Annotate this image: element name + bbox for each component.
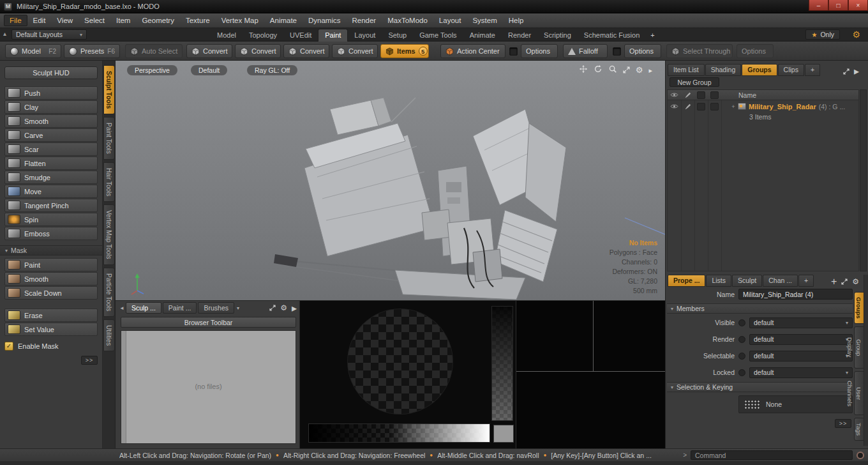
browser-tab-sculp[interactable]: Sculp ... <box>126 302 161 314</box>
selection-set-field[interactable]: None <box>738 395 853 413</box>
tool-clay[interactable]: Clay <box>4 100 98 114</box>
collapse-left-icon[interactable]: ◄ <box>119 305 124 311</box>
enable-mask-toggle[interactable]: ✓ Enable Mask <box>4 342 98 351</box>
tool-erase[interactable]: Erase <box>4 309 98 322</box>
prop-gear-icon[interactable]: ⚙ <box>852 277 859 286</box>
command-input[interactable]: Command <box>691 450 853 460</box>
members-header[interactable]: ▾ Members <box>667 303 853 314</box>
enable-mask-checkbox[interactable]: ✓ <box>4 342 13 351</box>
menu-help[interactable]: Help <box>503 15 530 26</box>
minimize-button[interactable]: – <box>809 0 828 11</box>
menu-layout[interactable]: Layout <box>433 15 467 26</box>
shading-mode-button[interactable]: Default <box>191 65 227 75</box>
menu-texture[interactable]: Texture <box>180 15 216 26</box>
convert-button-1[interactable]: Convert <box>186 44 232 58</box>
zoom-icon[interactable] <box>608 65 617 76</box>
add-tab-icon[interactable]: + <box>831 276 837 287</box>
menu-select[interactable]: Select <box>79 15 110 26</box>
tab-groups[interactable]: Groups <box>742 64 777 76</box>
only-toggle[interactable]: ★ Only <box>805 29 840 40</box>
tab-prope[interactable]: Prope ... <box>668 275 705 287</box>
layout-tab-render[interactable]: Render <box>502 29 537 42</box>
layout-tab-add[interactable]: + <box>646 29 659 42</box>
layout-preset-dropdown[interactable]: Default Layouts ▾ <box>11 29 87 40</box>
menu-maxtomodo[interactable]: MaxToModo <box>382 15 433 26</box>
menu-animate[interactable]: Animate <box>264 15 303 26</box>
selectable-dropdown[interactable]: default▾ <box>749 351 853 362</box>
tool-spin[interactable]: Spin <box>4 213 98 226</box>
auto-select-button[interactable]: Auto Select <box>125 44 183 58</box>
layout-tab-game-tools[interactable]: Game Tools <box>413 29 463 42</box>
tool-tab-strip-hair-tools[interactable]: Hair Tools <box>103 162 115 202</box>
menu-dynamics[interactable]: Dynamics <box>303 15 346 26</box>
properties-expand-button[interactable]: >> <box>835 419 851 428</box>
expand-icon[interactable] <box>843 66 849 77</box>
pan-icon[interactable] <box>579 65 588 76</box>
layout-tab-topology[interactable]: Topology <box>243 29 283 42</box>
browser-toolbar-button[interactable]: Browser Toolbar <box>121 317 296 328</box>
layout-tab-schematic-fusion[interactable]: Schematic Fusion <box>578 29 646 42</box>
visible-dropdown[interactable]: default▾ <box>749 317 853 328</box>
menu-system[interactable]: System <box>467 15 502 26</box>
raygl-button[interactable]: Ray GL: Off <box>247 65 297 75</box>
tab-item-list[interactable]: Item List <box>668 64 705 76</box>
eye-icon[interactable] <box>668 103 681 109</box>
browser-tab-brushes[interactable]: Brushes <box>198 302 234 314</box>
expander-icon[interactable]: + <box>730 103 737 110</box>
convert-button-2[interactable]: Convert <box>235 44 281 58</box>
convert-button-4[interactable]: Convert <box>332 44 378 58</box>
falloff-checkbox[interactable] <box>613 47 621 56</box>
selection-keying-header[interactable]: ▾ Selection & Keying <box>667 382 853 392</box>
menu-file[interactable]: File <box>4 15 27 26</box>
curve-panel[interactable] <box>516 300 665 448</box>
lock-checkbox[interactable] <box>694 103 708 111</box>
selectable-toggle[interactable] <box>738 353 745 360</box>
new-group-button[interactable]: New Group <box>670 77 719 87</box>
tab-lists[interactable]: Lists <box>706 275 731 287</box>
orbit-icon[interactable] <box>594 65 602 76</box>
tool-tab-strip-paint-tools[interactable]: Paint Tools <box>103 117 115 160</box>
panel-scrollbar[interactable] <box>864 275 868 446</box>
group-name-input[interactable]: Military_Ship_Radar (4) <box>738 289 853 300</box>
browser-gear-icon[interactable]: ⚙ <box>280 303 287 312</box>
menu-item[interactable]: Item <box>110 15 136 26</box>
render-dropdown[interactable]: default▾ <box>749 334 853 345</box>
tool-scale-down[interactable]: Scale Down <box>4 286 98 300</box>
action-center-checkbox[interactable] <box>509 47 518 56</box>
command-history-icon[interactable] <box>857 452 864 459</box>
tab-add[interactable]: + <box>798 275 814 287</box>
brush-preview-panel[interactable] <box>300 300 516 448</box>
tool-set-value[interactable]: Set Value <box>4 323 98 336</box>
tool-emboss[interactable]: Emboss <box>4 227 98 240</box>
browser-tab-paint[interactable]: Paint ... <box>163 302 197 314</box>
tool-carve[interactable]: Carve <box>4 128 98 142</box>
falloff-button[interactable]: Falloff <box>563 44 608 58</box>
camera-view-button[interactable]: Perspective <box>127 65 177 75</box>
sculpt-hud-button[interactable]: Sculpt HUD <box>4 66 98 79</box>
layout-tab-model[interactable]: Model <box>211 29 243 42</box>
items-mode-button[interactable]: Items 5 <box>380 44 429 58</box>
item-panel-more-icon[interactable]: ▸ <box>854 65 859 77</box>
tool-smudge[interactable]: Smudge <box>4 171 98 184</box>
tab-clips[interactable]: Clips <box>778 64 804 76</box>
browser-tab-dropdown-icon[interactable]: ▾ <box>237 305 239 311</box>
group-tab-strip-group-display[interactable]: Group Display <box>854 326 864 369</box>
brush-icon[interactable] <box>681 103 694 110</box>
viewport-gear-icon[interactable]: ⚙ <box>636 66 643 75</box>
expand-icon[interactable] <box>841 276 848 287</box>
layout-tab-animate[interactable]: Animate <box>463 29 502 42</box>
menu-edit[interactable]: Edit <box>27 15 52 26</box>
group-tab-strip-user-channels[interactable]: User Channels <box>854 371 864 415</box>
tool-tangent-pinch[interactable]: Tangent Pinch <box>4 199 98 212</box>
browser-more-icon[interactable]: ▸ <box>292 302 297 314</box>
action-center-options-button[interactable]: Options <box>521 44 558 58</box>
tool-push[interactable]: Push <box>4 86 98 100</box>
tool-scar[interactable]: Scar <box>4 142 98 156</box>
layout-tab-paint[interactable]: Paint <box>318 29 348 42</box>
locked-dropdown[interactable]: default▾ <box>749 367 853 378</box>
tree-scrollbar[interactable] <box>860 89 867 271</box>
sidebar-expand-button[interactable]: >> <box>81 356 98 365</box>
mask-section-header[interactable]: ▾ Mask <box>0 245 102 255</box>
tool-smooth[interactable]: Smooth <box>4 272 98 286</box>
tool-move[interactable]: Move <box>4 185 98 198</box>
